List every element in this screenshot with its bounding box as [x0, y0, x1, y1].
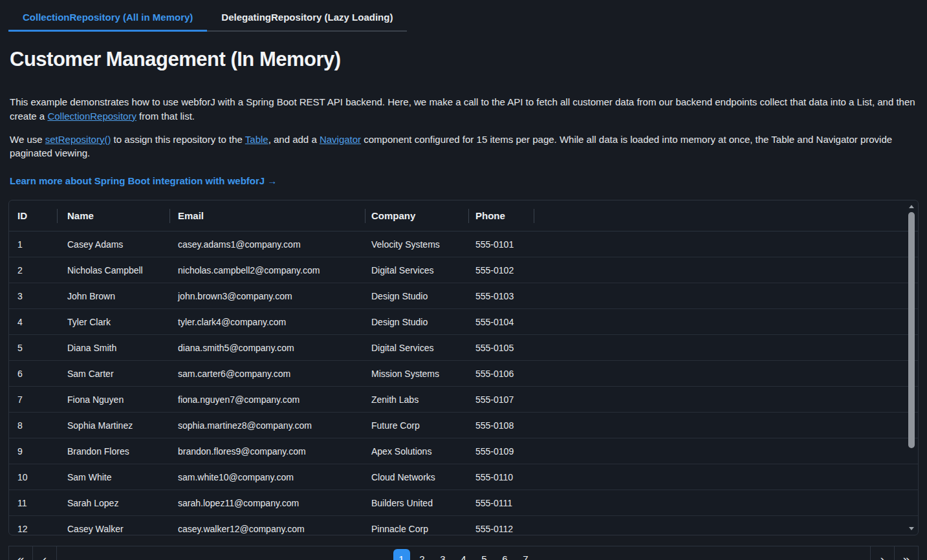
cell-company: Zenith Labs	[365, 387, 469, 412]
last-page-button[interactable]: »	[894, 546, 918, 560]
first-page-button[interactable]: «	[9, 546, 33, 560]
cell-email: sam.carter6@company.com	[170, 361, 365, 386]
paragraph: This example demonstrates how to use web…	[10, 95, 915, 124]
page-button-3[interactable]: 3	[435, 549, 452, 560]
cell-phone: 555-0103	[469, 283, 534, 308]
cell-company: Digital Services	[365, 335, 469, 360]
cell-phone: 555-0107	[469, 387, 534, 412]
cell-spacer	[534, 490, 918, 515]
cell-phone: 555-0112	[469, 516, 534, 535]
table-row[interactable]: 1Casey Adamscasey.adams1@company.comVelo…	[9, 232, 918, 257]
page-button-1[interactable]: 1	[393, 549, 410, 560]
cell-name: Sarah Lopez	[58, 490, 170, 515]
table-row[interactable]: 12Casey Walkercasey.walker12@company.com…	[9, 516, 918, 535]
cell-email: sophia.martinez8@company.com	[170, 413, 365, 438]
cell-id: 1	[9, 232, 58, 257]
cell-id: 11	[9, 490, 58, 515]
customer-table: IDNameEmailCompanyPhone 1Casey Adamscase…	[8, 200, 919, 535]
cell-name: Nicholas Campbell	[58, 257, 170, 283]
page-number-list: 1234567	[57, 546, 870, 560]
cell-name: Fiona Nguyen	[58, 387, 170, 412]
page-button-6[interactable]: 6	[497, 549, 514, 560]
table-body: 1Casey Adamscasey.adams1@company.comVelo…	[9, 232, 918, 535]
cell-name: Diana Smith	[58, 335, 170, 360]
cell-phone: 555-0108	[469, 413, 534, 438]
cell-spacer	[534, 283, 918, 308]
cell-spacer	[534, 361, 918, 386]
cell-company: Builders United	[365, 490, 469, 515]
prev-page-button[interactable]: ‹	[33, 546, 57, 560]
cell-spacer	[534, 232, 918, 257]
table-row[interactable]: 2Nicholas Campbellnicholas.campbell2@com…	[9, 257, 918, 283]
cell-id: 8	[9, 413, 58, 438]
page-button-5[interactable]: 5	[476, 549, 493, 560]
cell-name: Brandon Flores	[58, 438, 170, 464]
tab-bar: CollectionRepository (All in Memory)Dele…	[8, 6, 407, 32]
table-row[interactable]: 4Tyler Clarktyler.clark4@company.comDesi…	[9, 309, 918, 335]
inline-link[interactable]: CollectionRepository	[47, 111, 136, 122]
cell-email: diana.smith5@company.com	[170, 335, 365, 360]
scroll-down-icon[interactable]	[907, 524, 916, 533]
column-header-spacer	[534, 200, 918, 231]
column-header-phone[interactable]: Phone	[469, 200, 534, 231]
table-row[interactable]: 6Sam Cartersam.carter6@company.comMissio…	[9, 361, 918, 387]
table-row[interactable]: 5Diana Smithdiana.smith5@company.comDigi…	[9, 335, 918, 361]
scrollbar-thumb[interactable]	[908, 212, 915, 448]
cell-spacer	[534, 516, 918, 535]
cell-email: nicholas.campbell2@company.com	[170, 257, 365, 283]
table-row[interactable]: 8Sophia Martinezsophia.martinez8@company…	[9, 413, 918, 438]
cell-company: Design Studio	[365, 283, 469, 308]
cell-id: 3	[9, 283, 58, 308]
table-row[interactable]: 3John Brownjohn.brown3@company.comDesign…	[9, 283, 918, 309]
cell-id: 5	[9, 335, 58, 360]
cell-company: Future Corp	[365, 413, 469, 438]
cell-name: Tyler Clark	[58, 309, 170, 334]
cell-id: 9	[9, 438, 58, 464]
cell-email: casey.adams1@company.com	[170, 232, 365, 257]
cell-company: Velocity Systems	[365, 232, 469, 257]
table-row[interactable]: 10Sam Whitesam.white10@company.comCloud …	[9, 464, 918, 490]
cell-id: 10	[9, 464, 58, 490]
cell-id: 6	[9, 361, 58, 386]
table-row[interactable]: 7Fiona Nguyenfiona.nguyen7@company.comZe…	[9, 387, 918, 413]
table-row[interactable]: 9Brandon Floresbrandon.flores9@company.c…	[9, 438, 918, 464]
cell-phone: 555-0105	[469, 335, 534, 360]
cell-id: 7	[9, 387, 58, 412]
learn-more-link[interactable]: Learn more about Spring Boot integration…	[10, 175, 277, 186]
cell-id: 2	[9, 257, 58, 283]
inline-link[interactable]: Navigator	[320, 134, 361, 145]
intro-paragraphs: This example demonstrates how to use web…	[8, 95, 919, 160]
cell-email: casey.walker12@company.com	[170, 516, 365, 535]
cell-company: Cloud Networks	[365, 464, 469, 490]
column-header-id[interactable]: ID	[9, 200, 58, 231]
cell-phone: 555-0110	[469, 464, 534, 490]
table-row[interactable]: 11Sarah Lopezsarah.lopez11@company.comBu…	[9, 490, 918, 516]
page-button-2[interactable]: 2	[414, 549, 431, 560]
cell-email: sam.white10@company.com	[170, 464, 365, 490]
cell-phone: 555-0104	[469, 309, 534, 334]
inline-link[interactable]: Table	[245, 134, 268, 145]
paragraph: We use setRepository() to assign this re…	[10, 133, 915, 161]
cell-company: Design Studio	[365, 309, 469, 334]
page-button-4[interactable]: 4	[455, 549, 472, 560]
page-button-7[interactable]: 7	[518, 549, 534, 560]
cell-email: john.brown3@company.com	[170, 283, 365, 308]
cell-spacer	[534, 309, 918, 334]
cell-email: sarah.lopez11@company.com	[170, 490, 365, 515]
next-page-button[interactable]: ›	[870, 546, 894, 560]
scroll-up-icon[interactable]	[907, 202, 916, 211]
column-header-email[interactable]: Email	[170, 200, 365, 231]
cell-company: Pinnacle Corp	[365, 516, 469, 535]
tab-active[interactable]: CollectionRepository (All in Memory)	[8, 6, 207, 32]
column-header-name[interactable]: Name	[58, 200, 170, 231]
column-header-company[interactable]: Company	[365, 200, 469, 231]
cell-spacer	[534, 413, 918, 438]
tab-inactive[interactable]: DelegatingRepository (Lazy Loading)	[207, 6, 407, 32]
cell-phone: 555-0102	[469, 257, 534, 283]
inline-link[interactable]: setRepository()	[45, 134, 111, 145]
cell-company: Digital Services	[365, 257, 469, 283]
cell-company: Apex Solutions	[365, 438, 469, 464]
table-scrollbar[interactable]	[907, 202, 916, 533]
cell-name: Sam Carter	[58, 361, 170, 386]
cell-id: 12	[9, 516, 58, 535]
